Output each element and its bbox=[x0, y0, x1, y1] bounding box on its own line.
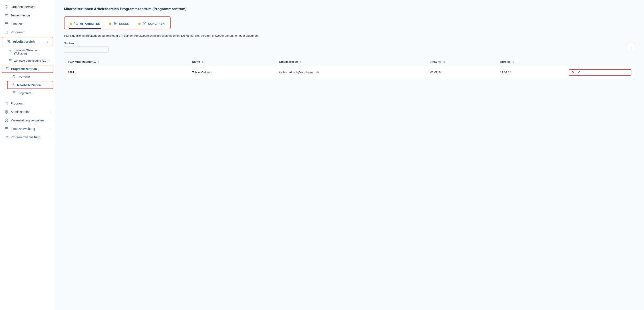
sidebar-item-label: Programm bbox=[11, 30, 25, 34]
tab-dot-essen bbox=[109, 23, 112, 25]
users-work-icon bbox=[7, 40, 11, 44]
sidebar-item-administration[interactable]: Administration ‹ bbox=[0, 108, 55, 116]
sort-icon[interactable]: ⇅ bbox=[443, 60, 445, 63]
chevron-left-icon: ‹ bbox=[50, 128, 50, 130]
chevron-right-icon: ‹ bbox=[33, 92, 34, 95]
svg-point-13 bbox=[6, 68, 8, 68]
col-name: Name ⇅ bbox=[188, 57, 276, 66]
search-section: Suchen bbox=[64, 42, 108, 53]
sidebar-item-finanzen[interactable]: Finanzen bbox=[0, 20, 55, 28]
tab-schlafen[interactable]: SCHLAFEN bbox=[138, 20, 166, 29]
tabs-row: MITARBEITEN ESSEN SCHLAFEN bbox=[69, 20, 166, 29]
col-label: VCP-Mitgliedsnum... bbox=[68, 60, 96, 64]
sidebar-item-programm-bottom[interactable]: Programm bbox=[0, 99, 55, 108]
search-input[interactable] bbox=[64, 46, 108, 53]
list-icon bbox=[4, 135, 8, 139]
tab-dot-schlafen bbox=[138, 23, 140, 25]
sidebar-item-finanzverwaltung[interactable]: Finanzverwaltung ‹ bbox=[0, 124, 55, 133]
sidebar-subitem-label: Programmzentrum (Programm bbox=[11, 67, 42, 70]
svg-point-10 bbox=[8, 40, 9, 41]
sidebar-subitem-programmzentrum[interactable]: Programmzentrum (Programm bbox=[2, 65, 53, 72]
sort-icon[interactable]: ⇅ bbox=[512, 60, 514, 63]
download-button[interactable]: ↓ bbox=[627, 43, 635, 51]
col-label: Emailadresse bbox=[279, 60, 298, 64]
svg-point-36 bbox=[75, 22, 76, 23]
cell-ankunft: 02.08.24 bbox=[427, 66, 496, 79]
info-circle-icon bbox=[12, 75, 15, 79]
tab-label: ESSEN bbox=[119, 22, 130, 25]
credit-card-icon bbox=[4, 22, 8, 26]
users-icon bbox=[9, 59, 12, 62]
col-vcp-nr: VCP-Mitgliedsnum... ⇅ bbox=[64, 57, 188, 66]
credit-card-icon bbox=[4, 127, 8, 131]
tab-essen[interactable]: ESSEN bbox=[108, 20, 130, 29]
sidebar-item-label: Programm bbox=[11, 102, 25, 105]
sidebar-item-label: Teilnehmende bbox=[11, 14, 30, 17]
sidebar-item-gruppenubersicht[interactable]: Gruppenübersicht bbox=[0, 3, 55, 11]
sidebar-subitem-ubersicht[interactable]: Übersicht bbox=[0, 74, 55, 80]
cell-actions: ✕ ✓ bbox=[565, 66, 635, 79]
sidebar-subitem-label: Übersicht bbox=[18, 76, 30, 79]
mitarbeiter-table: VCP-Mitgliedsnum... ⇅ Name ⇅ Emailadress… bbox=[64, 57, 635, 79]
svg-point-3 bbox=[5, 14, 6, 15]
search-label: Suchen bbox=[64, 42, 108, 45]
page-title: Mitarbeiter*innen Arbeitsbereich Program… bbox=[64, 7, 635, 11]
col-ankunft: Ankunft ⇅ bbox=[427, 57, 496, 66]
sidebar-item-teilnehmende[interactable]: Teilnehmende bbox=[0, 11, 55, 20]
calendar-icon bbox=[4, 30, 8, 34]
svg-point-17 bbox=[13, 84, 14, 84]
sidebar-item-programm-top[interactable]: Programm ‹ bbox=[0, 28, 55, 36]
sidebar-item-label: Gruppenübersicht bbox=[11, 5, 35, 9]
settings-icon bbox=[4, 118, 8, 122]
tab-mitarbeiten[interactable]: MITARBEITEN bbox=[69, 20, 101, 29]
sidebar-item-label: Finanzverwaltung bbox=[11, 127, 35, 130]
sidebar-item-arbeitsbereich[interactable]: Arbeitsbereich ∨ bbox=[2, 37, 53, 46]
download-icon: ↓ bbox=[630, 45, 632, 49]
sidebar-subitem-zvp[interactable]: Zentrale Verpflegung (ZVP) bbox=[0, 57, 55, 64]
tab-label: MITARBEITEN bbox=[80, 22, 100, 25]
cell-name: Tobias Ordosch bbox=[188, 66, 276, 79]
svg-rect-22 bbox=[5, 102, 8, 105]
accept-button[interactable]: ✓ bbox=[577, 71, 580, 74]
users-icon bbox=[9, 50, 12, 54]
sort-icon[interactable]: ⇅ bbox=[300, 60, 302, 63]
users-icon bbox=[6, 67, 9, 71]
sidebar: Gruppenübersicht Teilnehmende Finanzen P… bbox=[0, 0, 55, 310]
cell-email: tobias.ordosch@vcp-bayern.de bbox=[276, 66, 427, 79]
sidebar-subitem-teillager[interactable]: Teillager Obercool (Teillager) bbox=[0, 47, 55, 57]
description-text: Hier sind alle Mitarbeitenden aufgeliste… bbox=[64, 34, 635, 38]
chevron-down-icon: ∨ bbox=[46, 40, 48, 43]
sidebar-subitem-programm-inner[interactable]: Programm ‹ bbox=[0, 90, 55, 96]
sidebar-item-programmverwaltung[interactable]: Programmverwaltung ‹ bbox=[0, 133, 55, 142]
sidebar-item-label: Veranstaltung verwalten bbox=[11, 118, 44, 122]
svg-rect-28 bbox=[5, 128, 8, 130]
sidebar-subitem-label: Zentrale Verpflegung (ZVP) bbox=[14, 59, 49, 62]
chevron-left-icon: ‹ bbox=[50, 136, 50, 138]
sort-icon[interactable]: ⇅ bbox=[98, 60, 100, 63]
chevron-left-icon: ‹ bbox=[50, 110, 50, 113]
search-row: Suchen ↓ bbox=[64, 42, 635, 53]
table-row: 14811 Tobias Ordosch tobias.ordosch@vcp-… bbox=[64, 66, 635, 79]
cell-abreise: 11.08.24 bbox=[496, 66, 565, 79]
sidebar-item-label: Administration bbox=[11, 110, 30, 114]
users-icon bbox=[4, 13, 8, 17]
sort-icon[interactable]: ⇅ bbox=[202, 60, 204, 63]
reject-button[interactable]: ✕ bbox=[572, 71, 574, 74]
essen-icon bbox=[113, 21, 117, 26]
gear-icon bbox=[4, 110, 8, 114]
table-header-row: VCP-Mitgliedsnum... ⇅ Name ⇅ Emailadress… bbox=[64, 57, 635, 66]
sidebar-subitem-mitarbeiterinnen[interactable]: Mitarbeiter*innen bbox=[8, 82, 53, 88]
svg-rect-18 bbox=[13, 92, 15, 94]
svg-point-12 bbox=[10, 59, 11, 60]
sidebar-item-label: Arbeitsbereich bbox=[13, 40, 35, 43]
main-content: Mitarbeiter*innen Arbeitsbereich Program… bbox=[55, 0, 644, 310]
calendar-icon bbox=[4, 102, 8, 106]
action-buttons-box: ✕ ✓ bbox=[568, 70, 631, 76]
svg-point-26 bbox=[6, 112, 7, 112]
chevron-left-icon: ‹ bbox=[50, 119, 50, 122]
schlafen-icon bbox=[142, 21, 146, 26]
svg-rect-6 bbox=[5, 31, 8, 34]
col-abreise: Abreise ⇅ bbox=[496, 57, 565, 66]
info-circle-icon bbox=[4, 5, 8, 9]
sidebar-item-veranstaltung-verwalten[interactable]: Veranstaltung verwalten ‹ bbox=[0, 116, 55, 124]
